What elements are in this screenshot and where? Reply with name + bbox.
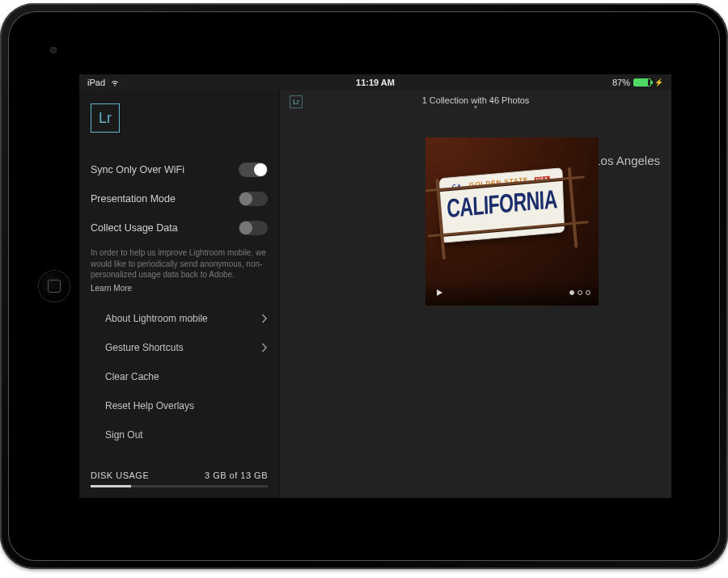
dot-icon: [586, 290, 590, 295]
setting-usage-data: Collect Usage Data: [91, 213, 268, 243]
menu-sign-out[interactable]: Sign Out: [91, 420, 268, 449]
battery-icon: [633, 78, 651, 86]
disk-usage-value: 3 GB of 13 GB: [205, 470, 268, 480]
disk-usage-bar-fill: [91, 485, 131, 487]
play-icon[interactable]: [434, 287, 445, 298]
plate-state-code: CA: [452, 183, 462, 189]
toggle-presentation-mode[interactable]: [239, 192, 268, 206]
learn-more-link[interactable]: Learn More: [91, 284, 132, 293]
chevron-right-icon: [261, 343, 268, 352]
setting-label: Presentation Mode: [91, 193, 176, 205]
chevron-right-icon: [261, 314, 268, 323]
disk-usage: DISK USAGE 3 GB of 13 GB: [91, 470, 268, 487]
thumbnail-overlay: [425, 280, 599, 306]
setting-presentation-mode: Presentation Mode: [91, 184, 268, 213]
collections-pane: Lr 1 Collection with 46 Photos ▾ Los Ang…: [280, 91, 671, 498]
plate-main-text: CALIFORNIA: [441, 184, 564, 225]
collection-title: Los Angeles: [594, 154, 660, 167]
menu-about[interactable]: About Lightroom mobile: [91, 304, 268, 333]
ipad-bezel: iPad 11:19 AM 87% ⚡ Lr Sync Only: [8, 11, 720, 561]
home-button[interactable]: [39, 271, 70, 302]
front-camera: [51, 48, 56, 53]
collection-thumbnail[interactable]: CA GOLDEN STATE USA CALIFORNIA • • •: [425, 137, 599, 306]
toggle-sync-wifi[interactable]: [239, 162, 268, 177]
setting-label: Collect Usage Data: [91, 222, 178, 234]
collection-summary[interactable]: 1 Collection with 46 Photos ▾: [280, 95, 671, 110]
menu-label: About Lightroom mobile: [105, 313, 208, 324]
plate-usa-badge: USA: [534, 176, 550, 183]
view-mode-dots[interactable]: [569, 290, 590, 295]
screen: iPad 11:19 AM 87% ⚡ Lr Sync Only: [79, 74, 671, 498]
charging-icon: ⚡: [654, 78, 663, 86]
plate-bottom-text: • • •: [442, 222, 564, 238]
battery-percent: 87%: [612, 78, 630, 87]
setting-label: Sync Only Over WiFi: [91, 164, 184, 175]
menu-label: Sign Out: [105, 429, 143, 441]
settings-sidebar: Lr Sync Only Over WiFi Presentation Mode…: [79, 91, 280, 498]
status-bar: iPad 11:19 AM 87% ⚡: [79, 74, 671, 91]
menu-reset-overlays[interactable]: Reset Help Overlays: [91, 391, 268, 420]
disk-usage-bar: [91, 485, 268, 487]
license-plate: CA GOLDEN STATE USA CALIFORNIA • • •: [439, 167, 565, 243]
menu-gesture-shortcuts[interactable]: Gesture Shortcuts: [91, 333, 268, 362]
wifi-icon: [110, 78, 120, 87]
menu-label: Reset Help Overlays: [105, 400, 194, 411]
dot-icon: [569, 290, 574, 295]
menu-clear-cache[interactable]: Clear Cache: [91, 362, 268, 391]
clock: 11:19 AM: [356, 78, 395, 87]
usage-data-note: In order to help us improve Lightroom mo…: [91, 247, 268, 281]
setting-sync-wifi: Sync Only Over WiFi: [91, 155, 268, 184]
caret-down-icon: ▾: [280, 105, 671, 110]
dot-icon: [578, 290, 582, 295]
menu-label: Clear Cache: [105, 371, 159, 382]
device-label: iPad: [87, 78, 105, 87]
ipad-frame: iPad 11:19 AM 87% ⚡ Lr Sync Only: [0, 3, 728, 569]
menu-label: Gesture Shortcuts: [105, 342, 184, 353]
disk-usage-label: DISK USAGE: [91, 470, 149, 480]
toggle-usage-data[interactable]: [239, 221, 268, 235]
lightroom-logo[interactable]: Lr: [91, 103, 120, 133]
